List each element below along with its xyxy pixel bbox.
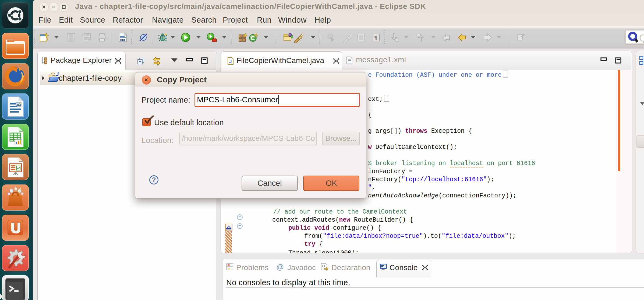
svg-text:J: J — [229, 59, 232, 64]
svg-text:C: C — [251, 35, 255, 41]
svg-text:010: 010 — [120, 39, 125, 42]
svg-text:¶: ¶ — [374, 35, 377, 41]
